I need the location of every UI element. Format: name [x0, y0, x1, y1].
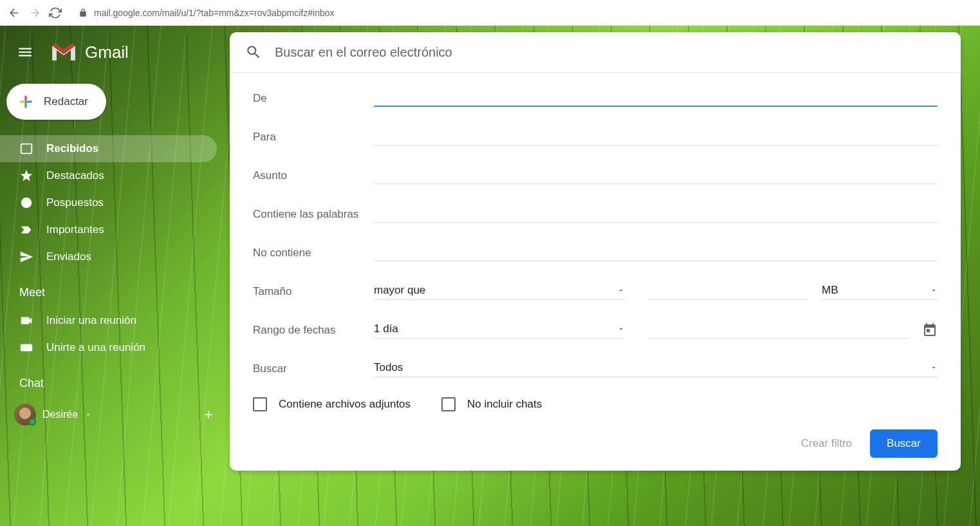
sidebar-item-label: Iniciar una reunión — [46, 314, 136, 327]
search-button[interactable]: Buscar — [870, 429, 938, 458]
date-range-label: Rango de fechas — [253, 324, 374, 337]
search-panel: De Para Asunto Contiene las palabras No … — [230, 32, 961, 471]
search-input[interactable] — [275, 45, 945, 60]
calendar-icon — [922, 323, 938, 338]
chevron-down-icon — [84, 411, 92, 418]
has-words-label: Contiene las palabras — [253, 208, 374, 221]
size-operator-select[interactable]: mayor que — [374, 284, 625, 300]
status-indicator — [28, 418, 36, 426]
from-input[interactable] — [374, 90, 938, 103]
sidebar-item-sent[interactable]: Enviados — [0, 243, 217, 270]
chevron-down-icon — [617, 325, 625, 333]
gmail-icon — [50, 42, 77, 62]
sidebar-item-important[interactable]: Importantes — [0, 216, 217, 243]
filter-form: De Para Asunto Contiene las palabras No … — [230, 73, 961, 471]
svg-rect-0 — [21, 144, 32, 154]
plus-icon — [17, 93, 35, 111]
url-text[interactable]: mail.google.com/mail/u/1/?tab=mm&zx=rov3… — [94, 8, 335, 18]
send-icon — [19, 250, 33, 264]
inbox-icon — [19, 142, 33, 156]
no-chats-checkbox[interactable]: No incluir chats — [441, 397, 542, 411]
sidebar-item-label: Unirte a una reunión — [46, 341, 145, 354]
browser-toolbar: mail.google.com/mail/u/1/?tab=mm&zx=rov3… — [0, 0, 980, 26]
clock-icon — [19, 196, 33, 210]
chat-user-row[interactable]: Desirée — [14, 404, 92, 426]
sidebar-item-join-meeting[interactable]: Unirte a una reunión — [0, 334, 217, 361]
date-range-select[interactable]: 1 día — [374, 323, 625, 339]
date-input[interactable] — [648, 323, 909, 335]
to-label: Para — [253, 131, 374, 144]
add-chat-button[interactable]: + — [199, 403, 218, 426]
not-has-label: No contiene — [253, 247, 374, 259]
svg-rect-2 — [21, 344, 32, 352]
reload-button[interactable] — [49, 6, 62, 19]
size-unit-select[interactable]: MB — [822, 284, 938, 300]
sidebar-item-label: Enviados — [46, 250, 91, 263]
search-header — [230, 32, 961, 73]
chevron-down-icon — [617, 286, 625, 294]
search-in-select[interactable]: Todos — [374, 361, 938, 377]
sidebar-item-start-meeting[interactable]: Iniciar una reunión — [0, 307, 217, 334]
calendar-button[interactable] — [922, 323, 938, 338]
chevron-down-icon — [930, 286, 938, 294]
important-icon — [19, 223, 33, 237]
chat-user-name: Desirée — [42, 409, 78, 420]
size-label: Tamaño — [253, 285, 374, 298]
forward-button[interactable] — [28, 6, 41, 19]
from-label: De — [253, 92, 374, 105]
compose-button[interactable]: Redactar — [6, 84, 106, 120]
sidebar: Gmail Redactar Recibidos Destacado — [0, 26, 230, 526]
sidebar-item-starred[interactable]: Destacados — [0, 162, 217, 189]
subject-label: Asunto — [253, 169, 374, 182]
video-icon — [19, 314, 33, 328]
subject-input[interactable] — [374, 168, 938, 181]
sidebar-item-label: Destacados — [46, 169, 104, 182]
size-value-input[interactable] — [648, 284, 809, 297]
search-in-label: Buscar — [253, 362, 374, 375]
not-has-input[interactable] — [374, 245, 938, 258]
search-icon[interactable] — [245, 44, 262, 61]
compose-label: Redactar — [44, 95, 88, 108]
back-button[interactable] — [8, 6, 21, 19]
create-filter-button[interactable]: Crear filtro — [801, 437, 852, 450]
sidebar-item-inbox[interactable]: Recibidos — [0, 135, 217, 162]
lock-icon — [79, 8, 88, 17]
chat-section-header: Chat — [0, 361, 230, 398]
svg-point-1 — [21, 198, 32, 209]
to-input[interactable] — [374, 129, 938, 142]
main-menu-button[interactable] — [12, 39, 39, 66]
main-content: De Para Asunto Contiene las palabras No … — [230, 32, 961, 526]
keyboard-icon — [19, 341, 33, 355]
checkbox-box — [253, 397, 267, 411]
sidebar-item-snoozed[interactable]: Pospuestos — [0, 189, 217, 216]
sidebar-item-label: Recibidos — [46, 142, 98, 155]
app-name: Gmail — [85, 42, 129, 62]
chevron-down-icon — [930, 364, 938, 371]
gmail-logo[interactable]: Gmail — [50, 42, 129, 62]
has-attachment-checkbox[interactable]: Contiene archivos adjuntos — [253, 397, 411, 411]
sidebar-item-label: Importantes — [46, 223, 104, 236]
has-words-input[interactable] — [374, 207, 938, 220]
meet-section-header: Meet — [0, 270, 230, 307]
star-icon — [19, 169, 33, 183]
checkbox-box — [441, 397, 456, 411]
sidebar-item-label: Pospuestos — [46, 196, 104, 209]
